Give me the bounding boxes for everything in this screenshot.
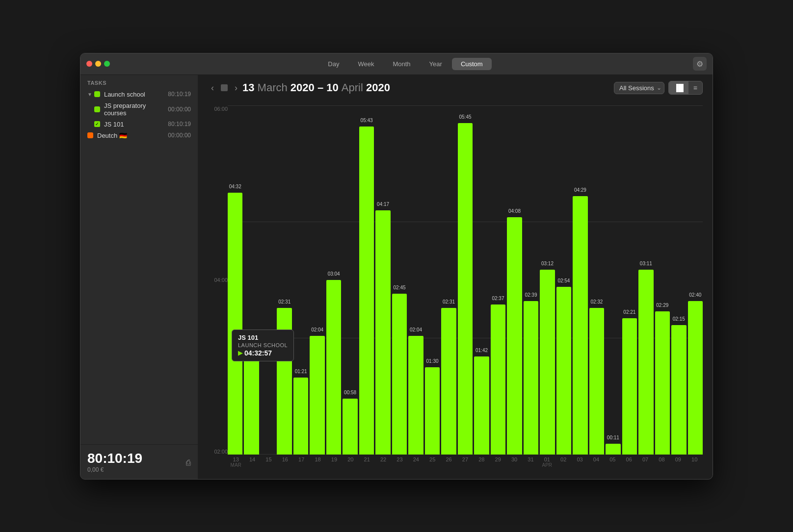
bar[interactable]: 00:58 <box>343 399 357 455</box>
bar-group: 02:29 <box>655 106 670 455</box>
x-day-label: 17 <box>298 456 304 462</box>
x-label-group: 04 <box>588 456 604 474</box>
session-filter-select[interactable]: All Sessions <box>614 82 664 94</box>
minimize-button[interactable] <box>95 61 101 67</box>
x-axis: 13MAR14151617181920212223242526272829303… <box>228 456 703 474</box>
tab-custom[interactable]: Custom <box>452 58 492 70</box>
settings-icon: ⚙ <box>696 59 703 69</box>
maximize-button[interactable] <box>104 61 110 67</box>
x-day-label: 25 <box>429 456 435 462</box>
bar[interactable]: 01:21 <box>293 378 308 454</box>
bar[interactable]: 00:11 <box>606 444 620 454</box>
export-button[interactable]: ⎙ <box>186 458 191 467</box>
chart-controls: All Sessions ▐█ ≡ <box>614 81 703 95</box>
bar[interactable]: 04:08 <box>507 217 522 454</box>
bar-value-label: 02:40 <box>689 292 701 298</box>
bar[interactable]: 02:32 <box>589 308 604 455</box>
bar[interactable]: 05:43 <box>359 127 374 454</box>
x-day-label: 19 <box>331 456 337 462</box>
bar[interactable]: 01:42 <box>474 356 489 454</box>
bar[interactable]: 02:37 <box>491 304 505 455</box>
x-label-group: 17 <box>293 456 310 474</box>
bar-group: 02:04 <box>310 106 324 455</box>
bar-group: 04:17 <box>375 106 390 455</box>
bar[interactable]: 01:43 <box>244 356 259 454</box>
sidebar-item-js-prep[interactable]: JS preparatory courses 00:00:00 <box>80 100 198 119</box>
x-label-group: 09 <box>670 456 686 474</box>
x-day-label: 21 <box>364 456 370 462</box>
prev-period-button[interactable]: ‹ <box>208 81 217 95</box>
x-label-group: 03 <box>572 456 588 474</box>
bar-value-label: 02:54 <box>557 278 570 283</box>
bar[interactable]: 02:45 <box>392 294 407 454</box>
bar[interactable]: 03:12 <box>540 270 555 455</box>
bar[interactable]: 02:21 <box>622 318 637 454</box>
y-label-mid: 04:00 <box>214 277 228 283</box>
bar[interactable]: 04:32 <box>228 193 242 454</box>
y-label-top: 06:00 <box>214 106 228 112</box>
bar-value-label: 02:04 <box>410 327 422 332</box>
list-view-button[interactable]: ≡ <box>688 81 702 94</box>
bar-group: 05:45 <box>458 106 473 455</box>
sidebar-item-launch-school[interactable]: ▼ Launch school 80:10:19 <box>80 89 198 100</box>
bar-group: 02:45 <box>392 106 407 455</box>
x-day-label: 23 <box>396 456 402 462</box>
tab-year[interactable]: Year <box>421 58 451 70</box>
bar[interactable]: 04:17 <box>375 210 390 455</box>
x-label-group: 05 <box>605 456 621 474</box>
bar-value-label: 04:08 <box>508 208 521 214</box>
bar-chart-view-button[interactable]: ▐█ <box>669 81 688 94</box>
sidebar-item-deutch[interactable]: Deutch 🇩🇪 00:00:00 <box>80 130 198 141</box>
tab-day[interactable]: Day <box>319 58 348 70</box>
bars-container: 04:3201:4302:3101:2102:0403:0400:5805:43… <box>228 106 703 455</box>
bar-group: 02:32 <box>589 106 604 455</box>
date-square <box>221 84 228 91</box>
bar[interactable]: 03:04 <box>326 280 341 455</box>
bar[interactable]: 05:45 <box>458 123 473 454</box>
x-label-group: 07 <box>637 456 653 474</box>
x-day-label: 30 <box>511 456 517 462</box>
bar[interactable]: 02:39 <box>524 301 538 455</box>
bar[interactable]: 02:54 <box>556 287 571 454</box>
bar[interactable]: 02:04 <box>408 336 423 455</box>
x-day-label: 31 <box>528 456 533 462</box>
bar-group: 03:04 <box>326 106 341 455</box>
bar-value-label: 02:29 <box>656 303 668 308</box>
bar[interactable]: 02:15 <box>671 325 686 454</box>
bar-group: 01:42 <box>474 106 489 455</box>
tab-month[interactable]: Month <box>384 58 419 70</box>
sidebar-header: TASKS <box>80 75 198 89</box>
x-label-group: 29 <box>490 456 506 474</box>
bar[interactable]: 02:31 <box>441 308 456 455</box>
chart-area: 06:00 04:00 02:00 04:3201:4302:3101:2102… <box>198 101 713 479</box>
x-label-group: 26 <box>441 456 457 474</box>
sidebar-item-js-101[interactable]: ✓ JS 101 80:10:19 <box>80 119 198 130</box>
task-color-js-prep <box>94 106 100 112</box>
bar-group: 02:04 <box>408 106 423 455</box>
x-label-group: 28 <box>474 456 490 474</box>
export-icon: ⎙ <box>186 458 191 467</box>
checkbox-js-101[interactable]: ✓ <box>94 121 100 127</box>
main-content: TASKS ▼ Launch school 80:10:19 JS prepar… <box>80 75 713 479</box>
next-period-button[interactable]: › <box>232 81 240 95</box>
x-label-group: 08 <box>654 456 670 474</box>
bar-value-label: 02:31 <box>278 299 291 304</box>
x-day-label: 02 <box>560 456 566 462</box>
bar[interactable]: 02:29 <box>655 311 670 455</box>
bar[interactable]: 03:11 <box>638 270 653 455</box>
x-day-label: 29 <box>495 456 501 462</box>
bar[interactable]: 02:04 <box>310 336 324 455</box>
bar[interactable]: 02:31 <box>277 308 291 455</box>
tab-week[interactable]: Week <box>349 58 383 70</box>
view-toggle: ▐█ ≡ <box>668 81 703 95</box>
bar-value-label: 05:43 <box>361 118 373 123</box>
bar[interactable]: 02:40 <box>688 301 703 455</box>
close-button[interactable] <box>86 61 92 67</box>
bar[interactable]: 04:29 <box>573 196 587 454</box>
titlebar: Day Week Month Year Custom ⚙ <box>80 53 713 75</box>
bar-group: 01:43 <box>244 106 259 455</box>
bar-group: 00:11 <box>606 106 620 455</box>
bar-value-label: 01:21 <box>295 369 307 374</box>
settings-button[interactable]: ⚙ <box>693 57 707 71</box>
bar[interactable]: 01:30 <box>425 367 440 455</box>
